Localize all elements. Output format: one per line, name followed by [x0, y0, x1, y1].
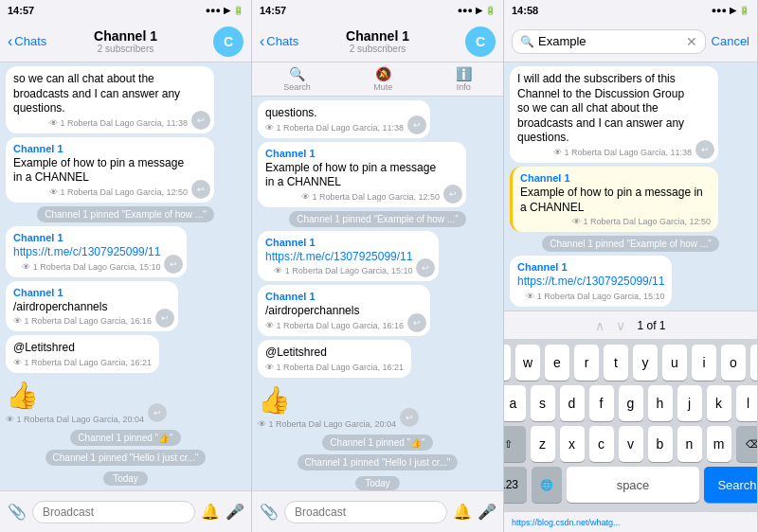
back-button-2[interactable]: ‹ Chats: [260, 33, 298, 50]
key-o[interactable]: o: [721, 345, 746, 381]
msg-meta-2-4: 👁 1 Roberta Dal Lago Garcia, 15:10: [274, 266, 412, 275]
msg-meta-2-7: 👁 1 Roberta Dal Lago Garcia, 20:04: [258, 419, 396, 429]
link-2-4[interactable]: https://t.me/c/1307925099/11: [265, 250, 412, 263]
key-r[interactable]: r: [574, 345, 599, 381]
pagination-down-btn[interactable]: ∨: [616, 318, 625, 333]
bell-icon-1[interactable]: 🔔: [201, 503, 220, 521]
key-y[interactable]: y: [633, 345, 658, 381]
msg-meta-3-1: 👁 1 Roberta Dal Lago Garcia, 11:38: [553, 148, 692, 157]
channel-title-1: Channel 1: [94, 28, 157, 44]
msg-text-1-6: @Letitshred: [13, 341, 152, 356]
key-e[interactable]: e: [545, 345, 569, 381]
key-n[interactable]: n: [677, 426, 702, 462]
key-search[interactable]: Search: [704, 467, 758, 503]
msg-footer-2-6: 👁 1 Roberta Dal Lago Garcia, 16:21: [265, 363, 404, 372]
key-l[interactable]: l: [736, 385, 759, 421]
mic-icon-1[interactable]: 🎤: [226, 503, 244, 521]
key-b[interactable]: b: [648, 426, 673, 462]
msg-meta-1-6: 👁 1 Roberta Dal Lago Garcia, 16:21: [13, 358, 152, 367]
msg-sender-2-4: Channel 1: [265, 237, 412, 248]
search-action[interactable]: 🔍 Search: [283, 66, 311, 92]
forward-btn-1-5[interactable]: ↩: [155, 309, 174, 328]
forward-btn-2-2[interactable]: ↩: [443, 185, 462, 204]
key-z[interactable]: z: [531, 426, 555, 462]
battery-icon-2: 🔋: [485, 6, 496, 15]
key-m[interactable]: m: [707, 426, 731, 462]
msg-text-1-5: /airdroperchannels: [13, 300, 152, 315]
channel-avatar-2[interactable]: C: [465, 27, 496, 57]
key-g[interactable]: g: [619, 385, 643, 421]
forward-btn-1-7[interactable]: ↩: [148, 403, 167, 422]
search-icon-3: 🔍: [520, 35, 534, 48]
url-bar: https://blog.csdn.net/whatg...: [504, 511, 757, 532]
link-1-4[interactable]: https://t.me/c/1307925099/11: [13, 245, 160, 258]
back-arrow-icon-2: ‹: [260, 33, 264, 50]
msg-footer-1-7: 👁 1 Roberta Dal Lago Garcia, 20:04: [6, 415, 144, 424]
message-3-2: Channel 1 Example of how to pin a messag…: [510, 167, 718, 232]
key-s[interactable]: s: [531, 385, 555, 421]
key-backspace[interactable]: ⌫: [736, 426, 759, 462]
key-p[interactable]: p: [750, 345, 758, 381]
key-j[interactable]: j: [677, 385, 702, 421]
broadcast-input-1[interactable]: [32, 501, 195, 523]
key-globe[interactable]: 🌐: [532, 467, 562, 503]
channel-avatar-1[interactable]: C: [213, 27, 244, 57]
system-msg-2-1: Channel 1 pinned "Example of how ...": [289, 211, 466, 227]
forward-btn-2-1[interactable]: ↩: [407, 115, 426, 134]
keyboard: q w e r t y u i o p a s d f g h j k l ⇧ …: [504, 339, 757, 511]
key-x[interactable]: x: [560, 426, 585, 462]
mic-icon-2[interactable]: 🎤: [478, 503, 496, 521]
status-time-1: 14:57: [8, 5, 34, 16]
attachment-icon-1[interactable]: 📎: [8, 503, 27, 521]
msg-text-2-6: @Letitshred: [265, 346, 404, 361]
msg-meta-2-5: 👁 1 Roberta Dal Lago Garcia, 16:16: [265, 321, 404, 330]
key-v[interactable]: v: [619, 426, 643, 462]
pagination-bar: ∧ ∨ 1 of 1: [504, 310, 757, 339]
key-i[interactable]: i: [692, 345, 716, 381]
msg-text-1-4: https://t.me/c/1307925099/11: [13, 245, 160, 260]
forward-btn-3-1[interactable]: ↩: [695, 140, 714, 159]
forward-btn-2-4[interactable]: ↩: [416, 258, 435, 277]
forward-btn-1-4[interactable]: ↩: [164, 255, 183, 274]
message-2-4: Channel 1 https://t.me/c/1307925099/11 👁…: [258, 231, 439, 282]
key-t[interactable]: t: [604, 345, 628, 381]
forward-btn-1-2[interactable]: ↩: [191, 180, 210, 199]
key-shift[interactable]: ⇧: [504, 426, 526, 462]
back-arrow-icon: ‹: [8, 33, 12, 50]
key-q[interactable]: q: [504, 345, 511, 381]
broadcast-input-2[interactable]: [284, 501, 447, 523]
info-action[interactable]: ℹ️ Info: [456, 66, 472, 92]
key-d[interactable]: d: [560, 385, 585, 421]
key-k[interactable]: k: [707, 385, 731, 421]
pagination-up-btn[interactable]: ∧: [595, 318, 605, 333]
key-w[interactable]: w: [515, 345, 540, 381]
mute-action[interactable]: 🔕 Mute: [373, 66, 392, 92]
key-h[interactable]: h: [648, 385, 673, 421]
msg-text-1-2: Example of how to pin a message in a CHA…: [13, 156, 188, 186]
key-a[interactable]: a: [504, 385, 526, 421]
chat-area-3: I will add the subscribers of this Chann…: [504, 62, 757, 310]
forward-btn-1-1[interactable]: ↩: [191, 111, 210, 130]
system-msg-1-2: Channel 1 pinned "👍": [70, 430, 180, 446]
msg-text-2-7: 👍: [258, 383, 396, 417]
key-c[interactable]: c: [589, 426, 614, 462]
key-u[interactable]: u: [662, 345, 687, 381]
kb-row-1: q w e r t y u i o p: [508, 345, 753, 381]
link-3-4[interactable]: https://t.me/c/1307925099/11: [517, 275, 664, 288]
key-space[interactable]: space: [567, 467, 699, 503]
back-button-1[interactable]: ‹ Chats: [8, 33, 46, 50]
status-icons-2: ●●● ▶ 🔋: [458, 6, 496, 15]
key-f[interactable]: f: [589, 385, 614, 421]
attachment-icon-2[interactable]: 📎: [260, 503, 279, 521]
msg-footer-3-1: 👁 1 Roberta Dal Lago Garcia, 11:38: [517, 148, 692, 157]
search-clear-icon[interactable]: ✕: [686, 34, 697, 49]
msg-text-2-1: questions.: [265, 106, 404, 121]
forward-btn-2-7[interactable]: ↩: [400, 408, 419, 427]
url-text[interactable]: https://blog.csdn.net/whatg...: [512, 518, 621, 527]
back-label-1: Chats: [14, 34, 46, 48]
cancel-button[interactable]: Cancel: [712, 34, 749, 48]
bell-icon-2[interactable]: 🔔: [453, 503, 472, 521]
search-query[interactable]: Example: [538, 34, 682, 48]
forward-btn-2-5[interactable]: ↩: [407, 313, 426, 332]
key-123[interactable]: 123: [504, 467, 527, 503]
